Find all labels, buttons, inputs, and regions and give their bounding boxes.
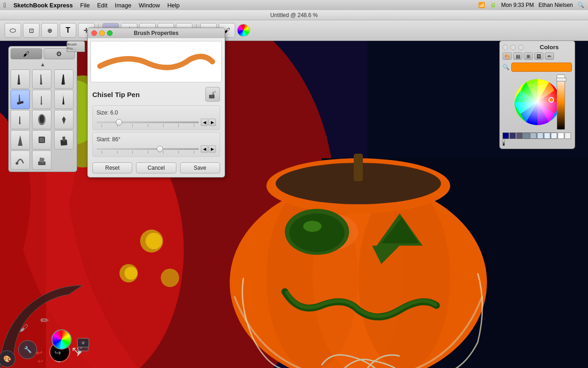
save-button[interactable]: Save: [180, 162, 220, 173]
cancel-button[interactable]: Cancel: [136, 162, 176, 173]
slant-slider-thumb[interactable]: [157, 146, 163, 152]
dialog-window-controls: [91, 30, 113, 36]
brush-item-10[interactable]: [11, 130, 30, 150]
brush-icon-button[interactable]: [205, 87, 220, 102]
brush-item-2[interactable]: [32, 69, 51, 89]
menu-file[interactable]: File: [80, 2, 90, 9]
brush-item-12[interactable]: [54, 130, 74, 150]
color-search-icon: 🔍: [503, 64, 509, 70]
apple-menu[interactable]: : [4, 1, 6, 9]
brush-item-9[interactable]: [54, 110, 74, 129]
menu-help[interactable]: Help: [167, 2, 180, 9]
reset-button[interactable]: Reset: [92, 162, 132, 173]
layers-button[interactable]: ≡: [77, 338, 89, 347]
user-name: Ethan Nielsen: [538, 2, 573, 8]
swatch-1[interactable]: [509, 132, 516, 139]
color-crayons-tab[interactable]: ✏: [545, 52, 554, 60]
dialog-minimize-button[interactable]: [99, 30, 105, 36]
colors-window-controls: Colors: [503, 44, 572, 51]
search-icon[interactable]: 🔍: [577, 2, 584, 8]
brush-item-8[interactable]: [32, 110, 51, 129]
text-tool[interactable]: T: [60, 23, 76, 38]
dialog-title: Brush Properties: [134, 30, 178, 36]
swatch-5[interactable]: [537, 132, 543, 139]
color-swatches-bar: [503, 132, 572, 146]
svg-point-41: [16, 162, 18, 165]
dialog-titlebar: Brush Properties: [88, 28, 225, 38]
radial-color-wheel[interactable]: [51, 329, 72, 350]
color-search-row: 🔍: [503, 63, 572, 72]
size-slider-track[interactable]: [96, 121, 199, 123]
brush-palette: 🖌 ⚙ ▲: [8, 46, 77, 172]
radial-pencil-button[interactable]: ✏: [40, 315, 49, 327]
dialog-maximize-button[interactable]: [107, 30, 113, 36]
colors-max-btn[interactable]: [518, 45, 524, 50]
brush-item-14[interactable]: [32, 150, 51, 170]
brush-item-4[interactable]: [11, 90, 30, 109]
brush-name-label: Chisel Tip Pen: [92, 91, 140, 98]
svg-point-15: [358, 186, 450, 368]
swatch-2[interactable]: [516, 132, 523, 139]
swatch-6[interactable]: [544, 132, 550, 139]
swatch-3[interactable]: [523, 132, 530, 139]
color-current-swatch[interactable]: [511, 63, 572, 72]
svg-point-50: [550, 98, 553, 101]
slant-decrease-button[interactable]: ◀: [201, 145, 208, 153]
svg-text:↩: ↩: [38, 357, 43, 365]
size-increase-button[interactable]: ▶: [209, 119, 216, 126]
brush-item-11[interactable]: [32, 130, 51, 150]
undo-button[interactable]: ↩: [36, 348, 43, 358]
color-mode-tabs: 🎨 ▤ ⊞ 🖼 ✏: [503, 52, 572, 60]
colors-close-btn[interactable]: [503, 45, 508, 50]
brush-item-13[interactable]: [11, 150, 30, 170]
slant-label: Slant: 86°: [96, 136, 216, 143]
colors-min-btn[interactable]: [510, 45, 516, 50]
color-brightness-strip[interactable]: [557, 75, 565, 130]
swatch-8[interactable]: [565, 132, 571, 139]
slant-slider-arrows: ◀ ▶: [201, 145, 216, 153]
menu-edit[interactable]: Edit: [97, 2, 107, 9]
battery-icon: 🔋: [490, 2, 497, 8]
size-decrease-button[interactable]: ◀: [201, 119, 208, 126]
color-image-tab[interactable]: 🖼: [534, 52, 543, 60]
brush-item-5[interactable]: [32, 90, 51, 109]
radial-brush-button[interactable]: 🖌: [19, 323, 28, 334]
color-wheel-tab[interactable]: 🎨: [503, 52, 512, 60]
size-label: Size: 6.0: [96, 109, 216, 116]
palette-tab-brushes[interactable]: 🖌: [11, 48, 42, 59]
svg-point-26: [17, 83, 20, 85]
color-sliders-tab[interactable]: ▤: [513, 52, 522, 60]
brush-item-1[interactable]: [11, 69, 30, 89]
wifi-icon: 📶: [478, 2, 485, 8]
crop-tool[interactable]: ⊡: [23, 23, 40, 38]
lasso-tool[interactable]: ⬭: [5, 23, 21, 38]
brush-item-7[interactable]: [11, 110, 30, 129]
swatch-7[interactable]: [551, 132, 557, 139]
swatch-navy[interactable]: [503, 132, 509, 139]
slant-slider-track[interactable]: [96, 148, 199, 150]
zoom-tool[interactable]: ⊕: [41, 23, 58, 38]
app-name[interactable]: SketchBook Express: [13, 2, 73, 9]
color-swatches-tab[interactable]: ⊞: [524, 52, 533, 60]
brush-grid: [11, 69, 75, 170]
dialog-close-button[interactable]: [91, 30, 97, 36]
svg-point-22: [303, 221, 322, 232]
swatch-4[interactable]: [530, 132, 537, 139]
size-slider-thumb[interactable]: [116, 119, 122, 126]
color-brightness-thumb[interactable]: [556, 78, 566, 81]
color-wheel[interactable]: [510, 75, 565, 130]
svg-marker-32: [62, 104, 65, 104]
svg-point-7: [161, 269, 179, 287]
svg-point-27: [40, 83, 42, 85]
palette-scroll-up[interactable]: ▲: [11, 61, 75, 68]
svg-rect-38: [40, 138, 44, 142]
brush-item-6[interactable]: [54, 90, 74, 109]
svg-rect-19: [354, 154, 363, 181]
time-display: Mon 9:33 PM: [501, 2, 534, 8]
swatch-white[interactable]: [558, 132, 564, 139]
color-tool[interactable]: [237, 24, 250, 37]
menu-window[interactable]: Window: [139, 2, 160, 9]
menu-image[interactable]: Image: [115, 2, 131, 9]
slant-increase-button[interactable]: ▶: [209, 145, 216, 153]
brush-item-3[interactable]: [54, 69, 74, 89]
